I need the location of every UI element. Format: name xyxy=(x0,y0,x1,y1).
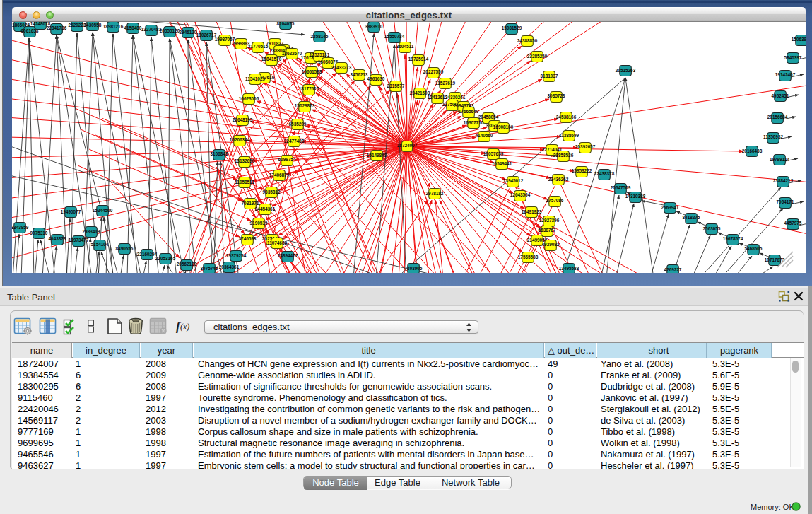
svg-text:19142407: 19142407 xyxy=(775,72,796,77)
svg-text:4140560: 4140560 xyxy=(476,133,493,138)
svg-text:18177615: 18177615 xyxy=(299,86,319,91)
svg-text:19973477: 19973477 xyxy=(69,238,89,243)
svg-text:19678574: 19678574 xyxy=(723,236,743,241)
svg-text:20647509: 20647509 xyxy=(611,185,631,190)
svg-text:3181037: 3181037 xyxy=(541,74,558,78)
svg-text:12525131: 12525131 xyxy=(310,52,330,57)
svg-text:3075745: 3075745 xyxy=(201,266,218,271)
svg-text:2563055: 2563055 xyxy=(703,226,721,231)
svg-text:4158480: 4158480 xyxy=(124,25,142,30)
svg-text:16060376: 16060376 xyxy=(318,59,339,64)
svg-text:19725914: 19725914 xyxy=(408,57,429,62)
svg-text:12927396: 12927396 xyxy=(539,218,560,223)
svg-text:23858526: 23858526 xyxy=(553,153,574,158)
svg-text:4457975: 4457975 xyxy=(784,221,802,226)
svg-text:22841736: 22841736 xyxy=(47,25,67,30)
svg-text:16206344: 16206344 xyxy=(230,137,250,142)
svg-text:5468605: 5468605 xyxy=(745,246,763,251)
svg-text:12477488: 12477488 xyxy=(284,139,305,144)
svg-text:16623006: 16623006 xyxy=(239,96,259,101)
svg-text:22438378: 22438378 xyxy=(594,171,615,176)
svg-text:20555120: 20555120 xyxy=(160,28,180,33)
svg-text:9190519: 9190519 xyxy=(250,221,268,226)
svg-text:17665640: 17665640 xyxy=(459,109,479,114)
svg-text:17406879: 17406879 xyxy=(269,173,290,177)
svg-text:20392657: 20392657 xyxy=(575,144,596,149)
svg-text:20227559: 20227559 xyxy=(423,69,444,74)
svg-text:13495588: 13495588 xyxy=(559,266,579,271)
svg-text:10717675: 10717675 xyxy=(765,257,785,262)
svg-text:24538166: 24538166 xyxy=(556,115,577,119)
svg-text:19379254: 19379254 xyxy=(226,253,247,258)
svg-text:23285250: 23285250 xyxy=(527,54,548,59)
svg-text:18841570: 18841570 xyxy=(261,57,282,62)
svg-text:24894472: 24894472 xyxy=(278,253,298,258)
svg-text:2983419: 2983419 xyxy=(83,229,100,234)
svg-text:18981216: 18981216 xyxy=(103,24,124,29)
svg-text:9335812: 9335812 xyxy=(263,189,281,194)
svg-text:3430558: 3430558 xyxy=(84,23,102,28)
svg-text:6535209: 6535209 xyxy=(289,122,307,127)
svg-text:2946120: 2946120 xyxy=(180,30,197,35)
svg-text:6638767: 6638767 xyxy=(539,228,556,233)
svg-text:1757086: 1757086 xyxy=(546,198,564,203)
svg-text:17565588: 17565588 xyxy=(518,255,539,259)
svg-text:4952451: 4952451 xyxy=(772,93,789,98)
svg-text:4961630: 4961630 xyxy=(367,76,385,81)
svg-text:20515263: 20515263 xyxy=(616,68,636,73)
svg-text:2315577: 2315577 xyxy=(387,83,405,88)
svg-text:15244500: 15244500 xyxy=(93,208,113,213)
svg-text:6099754: 6099754 xyxy=(278,157,296,162)
svg-text:16491923: 16491923 xyxy=(522,209,542,214)
svg-text:24330241: 24330241 xyxy=(445,95,466,100)
svg-text:4269227: 4269227 xyxy=(664,267,682,272)
svg-text:3343959: 3343959 xyxy=(12,225,29,230)
svg-text:11074688: 11074688 xyxy=(267,240,288,245)
svg-text:7031971: 7031971 xyxy=(242,201,259,206)
svg-text:18026717: 18026717 xyxy=(196,33,217,37)
svg-text:15031529: 15031529 xyxy=(502,25,522,30)
svg-text:11350932: 11350932 xyxy=(763,134,784,139)
svg-text:5154104: 5154104 xyxy=(91,242,109,247)
svg-text:5840397: 5840397 xyxy=(784,55,802,60)
svg-text:16307710: 16307710 xyxy=(464,120,484,125)
svg-text:9075310: 9075310 xyxy=(30,230,48,235)
svg-text:10661588: 10661588 xyxy=(302,69,322,74)
svg-text:2978182: 2978182 xyxy=(426,191,444,196)
svg-text:10549441: 10549441 xyxy=(492,161,512,166)
svg-text:19799114: 19799114 xyxy=(770,157,790,162)
svg-text:18724007: 18724007 xyxy=(397,143,418,148)
svg-text:20562129: 20562129 xyxy=(177,262,197,267)
svg-text:24388850: 24388850 xyxy=(517,38,538,43)
svg-text:8418275: 8418275 xyxy=(683,215,700,220)
svg-text:21433273: 21433273 xyxy=(331,65,352,70)
svg-text:2258145: 2258145 xyxy=(311,34,329,39)
svg-text:8204075: 8204075 xyxy=(277,22,295,26)
svg-text:11527619: 11527619 xyxy=(435,81,456,86)
svg-text:15550734: 15550734 xyxy=(384,34,405,39)
svg-text:19490077: 19490077 xyxy=(61,209,81,214)
svg-text:13270483: 13270483 xyxy=(141,27,162,32)
svg-text:8490656: 8490656 xyxy=(116,246,134,251)
svg-text:3456213: 3456213 xyxy=(351,72,368,77)
svg-text:3883910: 3883910 xyxy=(365,24,383,29)
svg-text:13132690: 13132690 xyxy=(235,158,255,163)
svg-text:12643564: 12643564 xyxy=(510,192,531,197)
svg-text:15953222: 15953222 xyxy=(572,168,592,173)
svg-text:11388699: 11388699 xyxy=(559,133,579,138)
svg-text:3035728: 3035728 xyxy=(548,93,565,98)
svg-text:14310388: 14310388 xyxy=(625,194,646,199)
svg-text:16908100: 16908100 xyxy=(493,124,514,129)
svg-text:10057659: 10057659 xyxy=(483,151,504,156)
svg-text:15063972: 15063972 xyxy=(792,37,806,42)
svg-text:20156684: 20156684 xyxy=(767,115,788,119)
svg-text:22053165: 22053165 xyxy=(155,256,176,261)
svg-text:2663941: 2663941 xyxy=(661,205,679,210)
svg-text:11541029: 11541029 xyxy=(245,76,266,81)
svg-text:20166438: 20166438 xyxy=(742,148,763,153)
svg-text:24454361: 24454361 xyxy=(255,206,276,211)
svg-text:(x): (x) xyxy=(180,322,189,332)
svg-text:18622670: 18622670 xyxy=(282,51,302,56)
svg-text:20364361: 20364361 xyxy=(219,264,240,269)
svg-text:7064171: 7064171 xyxy=(777,199,794,204)
